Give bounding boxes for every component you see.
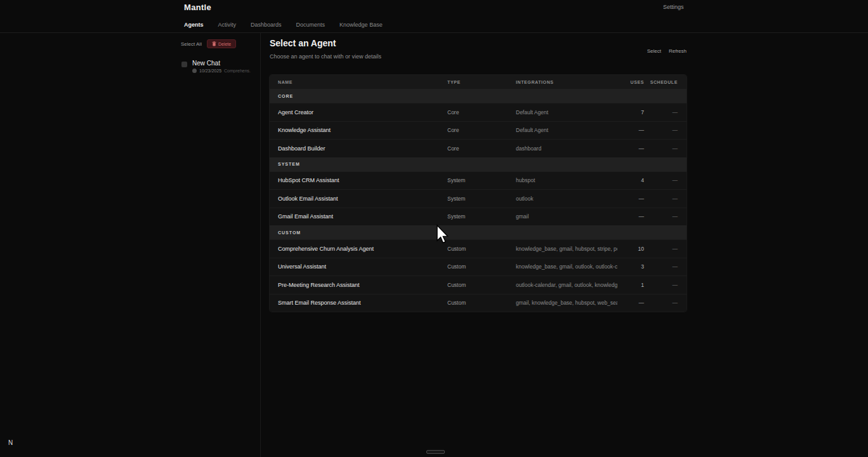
cell-uses: 4 (617, 177, 644, 183)
column-header-integrations: INTEGRATIONS (516, 80, 617, 84)
cell-type: Core (447, 109, 516, 116)
chat-tag: Comprehens... (224, 69, 251, 73)
table-row[interactable]: Pre-Meeting Research AssistantCustomoutl… (270, 275, 687, 294)
chat-title: New Chat (192, 60, 260, 67)
section-header-system: SYSTEM (270, 157, 687, 171)
page-title: Select an Agent (270, 38, 336, 48)
tab-knowledge-base[interactable]: Knowledge Base (339, 22, 383, 28)
cell-type: System (447, 213, 516, 220)
cell-integrations: gmail (516, 213, 617, 220)
cell-name: Universal Assistant (278, 263, 447, 270)
sidebar-divider (260, 33, 261, 457)
tab-documents[interactable]: Documents (296, 22, 326, 28)
cell-integrations: outlook (516, 195, 617, 202)
page-subtitle: Choose an agent to chat with or view det… (270, 53, 381, 60)
table-row[interactable]: Outlook Email AssistantSystemoutlook—— (270, 189, 687, 208)
cell-schedule: — (644, 177, 678, 183)
sidebar-controls: Select All Delete (181, 39, 260, 48)
column-header-schedule: SCHEDULE (644, 80, 678, 84)
cell-type: Custom (447, 246, 516, 252)
delete-button[interactable]: Delete (207, 39, 236, 48)
cell-name: HubSpot CRM Assistant (278, 177, 447, 183)
cell-uses: — (617, 300, 644, 306)
cell-integrations: knowledge_base, gmail, outlook, outlook-… (516, 263, 617, 270)
agents-table: NAMETYPEINTEGRATIONSUSESSCHEDULECOREAgen… (270, 75, 687, 312)
cell-uses: — (617, 127, 644, 133)
cell-schedule: — (644, 300, 678, 306)
cell-schedule: — (644, 127, 678, 133)
tab-activity[interactable]: Activity (218, 22, 237, 28)
cell-uses: 3 (617, 263, 644, 270)
cell-type: Custom (447, 282, 516, 288)
chat-list-item[interactable]: New Chat10/23/2025Comprehens... (181, 60, 260, 73)
table-row[interactable]: Dashboard BuilderCoredashboard—— (270, 139, 687, 157)
cell-uses: — (617, 195, 644, 202)
chat-meta: 10/23/2025Comprehens... (192, 69, 260, 73)
cell-integrations: Default Agent (516, 109, 617, 116)
select-button[interactable]: Select (647, 48, 661, 54)
cell-uses: — (617, 213, 644, 220)
cell-name: Pre-Meeting Research Assistant (278, 282, 447, 288)
select-all-toggle[interactable]: Select All (181, 41, 202, 47)
refresh-button[interactable]: Refresh (669, 48, 687, 54)
table-row[interactable]: Knowledge AssistantCoreDefault Agent—— (270, 121, 687, 140)
cell-name: Smart Email Response Assistant (278, 300, 447, 306)
cell-integrations: dashboard (516, 145, 617, 152)
section-header-core: CORE (270, 89, 687, 103)
cell-schedule: — (644, 109, 678, 116)
chat-date: 10/23/2025 (199, 69, 221, 73)
chat-list: New Chat10/23/2025Comprehens... (178, 60, 260, 73)
cell-name: Knowledge Assistant (278, 127, 447, 133)
cell-integrations: knowledge_base, gmail, hubspot, stripe, … (516, 246, 617, 252)
section-label: CORE (278, 94, 293, 98)
table-header-row: NAMETYPEINTEGRATIONSUSESSCHEDULE (270, 75, 687, 89)
cell-name: Dashboard Builder (278, 145, 447, 152)
cell-type: System (447, 177, 516, 183)
cell-schedule: — (644, 282, 678, 288)
primary-nav: AgentsActivityDashboardsDocumentsKnowled… (0, 17, 868, 33)
tab-agents[interactable]: Agents (184, 22, 204, 28)
cell-name: Gmail Email Assistant (278, 213, 447, 220)
settings-link[interactable]: Settings (663, 4, 684, 10)
table-row[interactable]: Universal AssistantCustomknowledge_base,… (270, 258, 687, 276)
chat-sidebar: Select All Delete New Chat10/23/2025Comp… (178, 33, 260, 73)
column-header-type: TYPE (447, 80, 516, 84)
section-label: CUSTOM (278, 230, 301, 235)
cell-schedule: — (644, 145, 678, 152)
app-root: Mantle Settings AgentsActivityDashboards… (0, 0, 868, 457)
cell-integrations: outlook-calendar, gmail, outlook, knowle… (516, 282, 617, 288)
cell-schedule: — (644, 246, 678, 252)
cell-uses: — (617, 145, 644, 152)
table-row[interactable]: Gmail Email AssistantSystemgmail—— (270, 208, 687, 226)
cell-schedule: — (644, 195, 678, 202)
cell-integrations: hubspot (516, 177, 617, 183)
cell-schedule: — (644, 263, 678, 270)
section-header-custom: CUSTOM (270, 225, 687, 239)
trash-icon (212, 41, 216, 46)
chat-checkbox[interactable] (181, 62, 187, 67)
cell-uses: 7 (617, 109, 644, 116)
bottom-drag-handle[interactable] (426, 450, 445, 454)
table-actions: Select Refresh (647, 48, 687, 54)
cell-integrations: Default Agent (516, 127, 617, 133)
table-row[interactable]: HubSpot CRM AssistantSystemhubspot4— (270, 171, 687, 190)
cell-type: Core (447, 127, 516, 133)
column-header-uses: USES (617, 80, 644, 84)
cell-uses: 1 (617, 282, 644, 288)
cell-type: Core (447, 145, 516, 152)
top-bar: Mantle Settings (0, 0, 868, 17)
clock-icon (192, 69, 197, 73)
brand-logo[interactable]: Mantle (184, 3, 211, 12)
cell-integrations: gmail, knowledge_base, hubspot, web_sea.… (516, 300, 617, 306)
table-row[interactable]: Smart Email Response AssistantCustomgmai… (270, 294, 687, 312)
cell-uses: 10 (617, 246, 644, 252)
cell-type: System (447, 195, 516, 202)
section-label: SYSTEM (278, 162, 300, 166)
cell-name: Agent Creator (278, 109, 447, 116)
column-header-name: NAME (278, 80, 447, 84)
tab-dashboards[interactable]: Dashboards (251, 22, 282, 28)
cell-type: Custom (447, 300, 516, 306)
table-row[interactable]: Agent CreatorCoreDefault Agent7— (270, 103, 687, 121)
table-row[interactable]: Comprehensive Churn Analysis AgentCustom… (270, 239, 687, 258)
stray-text: N (8, 439, 13, 446)
